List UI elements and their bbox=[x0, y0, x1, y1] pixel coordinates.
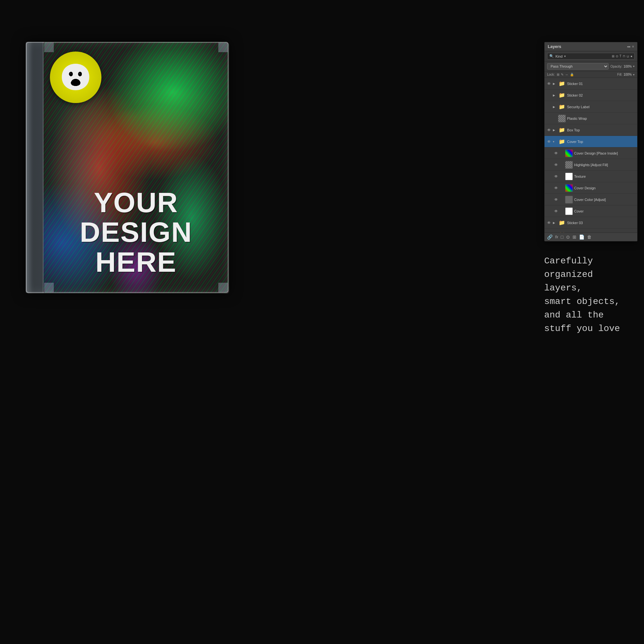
folder-icon: 📁 bbox=[559, 81, 565, 87]
layer-item[interactable]: 👁▶📁Box Top bbox=[545, 124, 637, 136]
layer-name-label: Sticker 03 bbox=[567, 221, 635, 225]
lock-pixels-icon[interactable]: ⊞ bbox=[557, 73, 559, 76]
layers-footer: 🔗 fx □ ⊙ ⊞ 📄 🗑 bbox=[545, 232, 637, 241]
search-kind-arrow[interactable]: ▾ bbox=[564, 54, 566, 58]
fill-row: Fill: 100% ▾ bbox=[617, 73, 635, 76]
search-row: 🔍 Kind ▾ ⊞ ⊙ T ⊓ ⊔ ● bbox=[547, 53, 635, 60]
layer-thumbnail bbox=[565, 173, 573, 180]
link-layers-button[interactable]: 🔗 bbox=[547, 234, 553, 240]
menu-icon[interactable]: ≡ bbox=[632, 45, 634, 48]
search-filter-shape[interactable]: ⊓ bbox=[623, 54, 625, 58]
layer-visibility-icon[interactable]: 👁 bbox=[554, 209, 559, 214]
layer-visibility-icon[interactable]: 👁 bbox=[546, 81, 552, 86]
design-text-line1: YOUR bbox=[47, 188, 225, 217]
layer-effects-button[interactable]: fx bbox=[555, 235, 558, 239]
fill-label: Fill: bbox=[617, 73, 622, 76]
holo-background: 😮 YOUR DESIGN HERE bbox=[43, 42, 229, 293]
layer-expand-arrow[interactable]: ▶ bbox=[553, 221, 557, 224]
layer-visibility-icon[interactable]: 👁 bbox=[554, 197, 559, 202]
cd-case-container: 😮 YOUR DESIGN HERE bbox=[26, 42, 229, 293]
fill-value[interactable]: 100% bbox=[623, 73, 632, 76]
new-fill-layer-button[interactable]: ⊙ bbox=[566, 234, 570, 240]
layer-item[interactable]: ▶📁Security Label bbox=[545, 101, 637, 113]
folder-icon: 📁 bbox=[559, 104, 565, 110]
lock-label: Lock: bbox=[547, 73, 555, 76]
layer-visibility-icon[interactable]: 👁 bbox=[554, 162, 559, 167]
collapse-icon[interactable]: ◂◂ bbox=[627, 45, 630, 48]
layer-visibility-icon[interactable]: 👁 bbox=[546, 220, 552, 225]
layer-item[interactable]: 👁▶📁Sticker 01 bbox=[545, 78, 637, 90]
layer-item[interactable]: 👁Cover Design bbox=[545, 182, 637, 194]
description-line: Carefully bbox=[544, 254, 638, 268]
layers-search-bar: 🔍 Kind ▾ ⊞ ⊙ T ⊓ ⊔ ● bbox=[545, 51, 637, 62]
layer-visibility-icon[interactable]: 👁 bbox=[554, 185, 559, 191]
layer-item[interactable]: 👁Highlights [Adjust Fill] bbox=[545, 159, 637, 171]
layer-visibility-icon[interactable] bbox=[546, 104, 552, 109]
layers-panel-title: Layers bbox=[548, 44, 561, 49]
layer-visibility-icon[interactable] bbox=[546, 93, 552, 98]
layer-item[interactable]: 👁Cover bbox=[545, 205, 637, 217]
new-group-button[interactable]: ⊞ bbox=[573, 234, 576, 240]
blend-mode-row: Pass Through Normal Multiply Screen Opac… bbox=[545, 62, 637, 71]
opacity-arrow[interactable]: ▾ bbox=[633, 65, 635, 68]
layer-name-label: Cover Design bbox=[574, 186, 635, 190]
layer-expand-arrow[interactable]: ▶ bbox=[553, 105, 557, 109]
case-inner-art: 😮 YOUR DESIGN HERE bbox=[43, 42, 229, 293]
layer-visibility-icon[interactable] bbox=[546, 116, 552, 121]
layer-name-label: Cover Top bbox=[567, 140, 635, 144]
fill-arrow[interactable]: ▾ bbox=[633, 73, 635, 76]
layer-thumbnail: 📁 bbox=[558, 138, 566, 146]
layer-visibility-icon[interactable]: 👁 bbox=[546, 139, 552, 144]
delete-layer-button[interactable]: 🗑 bbox=[587, 234, 592, 240]
search-kind-label: 🔍 bbox=[549, 54, 554, 58]
layer-item[interactable]: 👁▶📁Sticker 03 bbox=[545, 217, 637, 229]
opacity-value[interactable]: 100% bbox=[623, 65, 632, 68]
lock-all-icon[interactable]: 🔒 bbox=[570, 73, 574, 76]
layers-panel-header: Layers ◂◂ ≡ bbox=[545, 42, 637, 51]
search-filter-smartobj[interactable]: ⊔ bbox=[627, 54, 629, 58]
search-filter-fill[interactable]: ● bbox=[630, 54, 632, 58]
layer-item[interactable]: 👁Cover Design [Place Inside] bbox=[545, 147, 637, 159]
layer-expand-arrow[interactable]: ▶ bbox=[553, 128, 557, 132]
lock-position-icon[interactable]: ✎ bbox=[561, 73, 563, 76]
layer-expand-arrow[interactable]: ▾ bbox=[553, 140, 557, 143]
lock-icons: ⊞ ✎ ↔ 🔒 bbox=[557, 73, 574, 76]
plastic-corner-br bbox=[218, 283, 228, 292]
layer-item[interactable]: 👁Texture bbox=[545, 171, 637, 182]
layer-thumbnail: 📁 bbox=[558, 126, 566, 134]
opacity-label: Opacity: bbox=[611, 65, 622, 68]
layer-expand-arrow[interactable]: ▶ bbox=[553, 82, 557, 85]
pixel-face-icon: 😮 bbox=[60, 64, 92, 90]
layer-name-label: Texture bbox=[574, 175, 635, 178]
layer-visibility-icon[interactable]: 👁 bbox=[554, 151, 559, 156]
layer-expand-arrow[interactable]: ▶ bbox=[553, 94, 557, 97]
layer-name-label: Cover Design [Place Inside] bbox=[574, 151, 635, 155]
layer-name-label: Box Top bbox=[567, 128, 635, 132]
cd-case: 😮 YOUR DESIGN HERE bbox=[26, 42, 229, 293]
layer-thumbnail bbox=[558, 115, 566, 122]
layer-name-label: Plastic Wrap bbox=[567, 117, 635, 120]
layer-item[interactable]: ▶📁Sticker 02 bbox=[545, 90, 637, 101]
layer-visibility-icon[interactable]: 👁 bbox=[554, 174, 559, 179]
new-layer-button[interactable]: 📄 bbox=[579, 234, 584, 240]
layer-name-label: Sticker 02 bbox=[567, 93, 635, 97]
blend-mode-select[interactable]: Pass Through Normal Multiply Screen bbox=[547, 63, 609, 70]
lock-artboard-icon[interactable]: ↔ bbox=[565, 73, 568, 76]
search-filter-adjustment[interactable]: ⊙ bbox=[616, 54, 618, 58]
add-mask-button[interactable]: □ bbox=[561, 234, 563, 240]
layer-item[interactable]: 👁▶📁Disc bbox=[545, 229, 637, 232]
case-spine-inner bbox=[26, 42, 32, 293]
description-line: stuff you love bbox=[544, 322, 638, 336]
layer-item[interactable]: 👁Cover Color [Adjust] bbox=[545, 194, 637, 205]
layer-item[interactable]: 👁▾📁Cover Top bbox=[545, 136, 637, 147]
layer-item[interactable]: Plastic Wrap bbox=[545, 113, 637, 124]
layer-thumbnail: 📁 bbox=[558, 103, 566, 111]
layers-header-icons: ◂◂ ≡ bbox=[627, 45, 634, 48]
layer-visibility-icon[interactable]: 👁 bbox=[546, 128, 552, 133]
search-kind-text[interactable]: Kind bbox=[555, 54, 563, 58]
search-filter-text[interactable]: T bbox=[620, 54, 621, 58]
layer-thumbnail: 📁 bbox=[558, 80, 566, 88]
search-filter-image[interactable]: ⊞ bbox=[612, 54, 614, 58]
layers-panel: Layers ◂◂ ≡ 🔍 Kind ▾ ⊞ ⊙ T ⊓ ⊔ ● Pass Th… bbox=[544, 42, 638, 241]
layer-thumbnail: 📁 bbox=[558, 91, 566, 99]
